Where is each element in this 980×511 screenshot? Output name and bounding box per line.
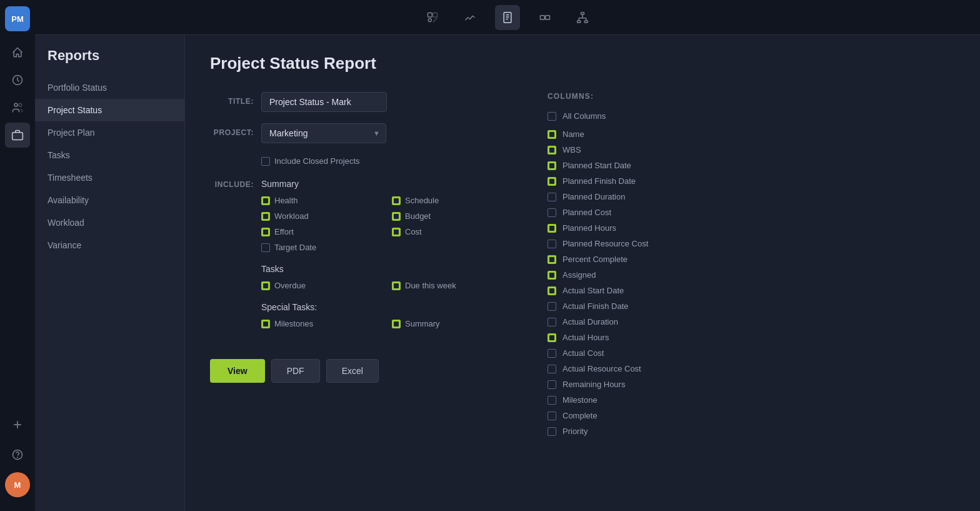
budget-checkbox[interactable] [392,212,401,221]
overdue-label: Overdue [274,281,306,290]
sidebar-item-portfolio-status[interactable]: Portfolio Status [35,76,184,99]
history-icon[interactable] [5,68,30,93]
effort-checkbox-item[interactable]: Effort [261,225,379,238]
col-percent-complete[interactable]: Percent Complete [548,251,720,267]
health-checkbox[interactable] [261,196,270,205]
sidebar-item-tasks[interactable]: Tasks [35,144,184,166]
briefcase-icon[interactable] [5,123,30,148]
milestones-checkbox[interactable] [261,320,270,328]
col-planned-start[interactable]: Planned Start Date [548,158,720,173]
excel-button[interactable]: Excel [326,359,379,383]
all-columns-checkbox[interactable] [548,112,556,121]
target-date-checkbox-item[interactable]: Target Date [261,241,510,254]
actual-hours-checkbox[interactable] [548,333,556,342]
due-this-week-checkbox[interactable] [392,281,401,290]
include-closed-checkbox[interactable] [261,157,270,166]
people-icon[interactable] [5,95,30,120]
wbs-label: WBS [562,145,581,154]
overdue-checkbox-item[interactable]: Overdue [261,279,379,292]
search-zoom-icon[interactable] [420,5,445,30]
col-remaining-hours[interactable]: Remaining Hours [548,377,720,392]
hierarchy-icon[interactable] [570,5,595,30]
effort-checkbox[interactable] [261,228,270,236]
planned-hours-checkbox[interactable] [548,224,556,233]
actual-resource-cost-checkbox[interactable] [548,365,556,373]
budget-checkbox-item[interactable]: Budget [392,210,510,223]
col-planned-resource-cost[interactable]: Planned Resource Cost [548,236,720,251]
milestones-label: Milestones [274,319,313,328]
view-button[interactable]: View [210,359,265,383]
col-actual-resource-cost[interactable]: Actual Resource Cost [548,361,720,377]
pdf-button[interactable]: PDF [271,359,320,383]
cost-checkbox[interactable] [392,228,401,236]
wbs-checkbox[interactable] [548,146,556,154]
sidebar-item-project-plan[interactable]: Project Plan [35,121,184,144]
summary-checkbox[interactable] [392,320,401,328]
include-closed-label[interactable]: Include Closed Projects [261,154,360,168]
columns-scroll[interactable]: All Columns Name WBS [548,108,722,458]
help-icon[interactable] [5,442,30,467]
planned-cost-checkbox[interactable] [548,208,556,217]
report-icon[interactable] [495,5,520,30]
avatar[interactable]: M [5,472,30,497]
col-planned-finish[interactable]: Planned Finish Date [548,173,720,189]
home-icon[interactable] [5,40,30,65]
planned-start-label: Planned Start Date [562,161,631,170]
col-complete[interactable]: Complete [548,408,720,423]
planned-finish-checkbox[interactable] [548,177,556,186]
add-icon[interactable] [5,412,30,437]
col-wbs[interactable]: WBS [548,142,720,158]
sidebar-item-availability[interactable]: Availability [35,189,184,211]
col-actual-start[interactable]: Actual Start Date [548,283,720,298]
col-milestone[interactable]: Milestone [548,392,720,408]
percent-complete-checkbox[interactable] [548,255,556,264]
link-icon[interactable] [532,5,558,30]
remaining-hours-checkbox[interactable] [548,380,556,389]
due-this-week-checkbox-item[interactable]: Due this week [392,279,510,292]
cost-checkbox-item[interactable]: Cost [392,225,510,238]
col-actual-finish[interactable]: Actual Finish Date [548,298,720,314]
content-area: Project Status Report TITLE: PROJECT: Ma… [185,35,980,511]
chart-icon[interactable] [458,5,482,30]
svg-point-2 [19,103,22,106]
schedule-checkbox[interactable] [392,196,401,205]
milestones-checkbox-item[interactable]: Milestones [261,317,379,330]
actual-start-checkbox[interactable] [548,286,556,295]
project-select[interactable]: Marketing Development Design Finance [261,123,386,143]
col-planned-cost[interactable]: Planned Cost [548,205,720,220]
planned-resource-cost-checkbox[interactable] [548,240,556,248]
col-priority[interactable]: Priority [548,423,720,439]
target-date-checkbox[interactable] [261,243,270,252]
actual-finish-checkbox[interactable] [548,302,556,311]
milestone-checkbox[interactable] [548,396,556,405]
complete-checkbox[interactable] [548,412,556,420]
name-checkbox[interactable] [548,130,556,139]
sidebar-item-workload[interactable]: Workload [35,211,184,234]
col-planned-duration[interactable]: Planned Duration [548,189,720,205]
col-actual-duration[interactable]: Actual Duration [548,314,720,330]
sidebar-item-timesheets[interactable]: Timesheets [35,166,184,189]
planned-start-checkbox[interactable] [548,161,556,170]
col-name[interactable]: Name [548,126,720,142]
sidebar-item-project-status[interactable]: Project Status [35,99,184,121]
app-logo[interactable]: PM [5,6,30,31]
schedule-checkbox-item[interactable]: Schedule [392,194,510,207]
actual-cost-checkbox[interactable] [548,349,556,358]
col-actual-hours[interactable]: Actual Hours [548,330,720,345]
col-assigned[interactable]: Assigned [548,267,720,283]
overdue-checkbox[interactable] [261,281,270,290]
columns-title: COLUMNS: [548,92,722,101]
col-all-columns[interactable]: All Columns [548,108,720,124]
assigned-checkbox[interactable] [548,271,556,280]
summary-checkbox-item[interactable]: Summary [392,317,510,330]
title-input[interactable] [261,92,387,112]
health-checkbox-item[interactable]: Health [261,194,379,207]
sidebar-item-variance[interactable]: Variance [35,234,184,256]
col-actual-cost[interactable]: Actual Cost [548,345,720,361]
workload-checkbox-item[interactable]: Workload [261,210,379,223]
workload-checkbox[interactable] [261,212,270,221]
planned-duration-checkbox[interactable] [548,193,556,201]
priority-checkbox[interactable] [548,427,556,436]
col-planned-hours[interactable]: Planned Hours [548,220,720,236]
actual-duration-checkbox[interactable] [548,318,556,326]
